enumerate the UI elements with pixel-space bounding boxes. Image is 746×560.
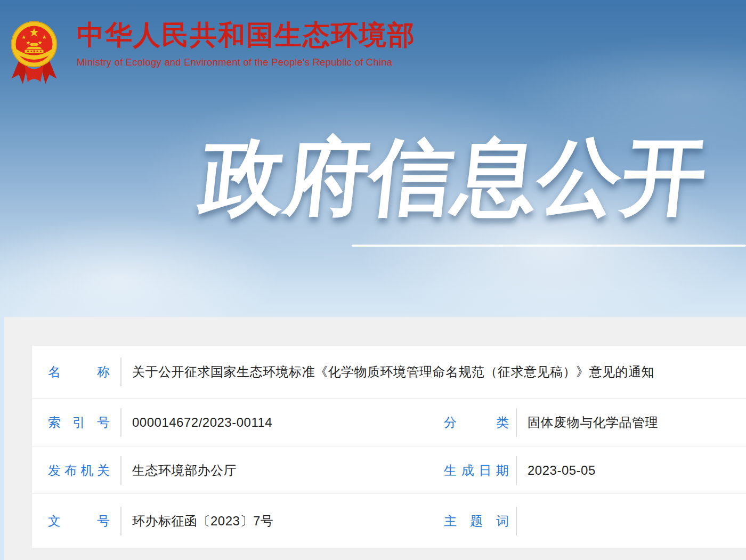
label-divider bbox=[516, 507, 517, 535]
field-label-issue-date: 生成日期 bbox=[444, 462, 509, 479]
field-label-name: 名称 bbox=[48, 363, 110, 380]
label-divider bbox=[516, 456, 517, 485]
col-subject-words: 主题词 bbox=[444, 507, 746, 535]
ministry-title-cn: 中华人民共和国生态环境部 bbox=[77, 20, 416, 50]
info-row-name: 名称 关于公开征求国家生态环境标准《化学物质环境管理命名规范（征求意见稿）》意见… bbox=[32, 346, 746, 398]
field-label-subject-words: 主题词 bbox=[444, 513, 509, 530]
field-value-issuing-organ: 生态环境部办公厅 bbox=[132, 462, 237, 479]
field-label-index-number: 索引号 bbox=[48, 414, 110, 431]
document-info-card: 名称 关于公开征求国家生态环境标准《化学物质环境管理命名规范（征求意见稿）》意见… bbox=[32, 346, 746, 548]
field-label-issuing-organ: 发布机关 bbox=[48, 462, 110, 479]
field-label-document-number: 文号 bbox=[48, 513, 110, 530]
china-national-emblem-icon bbox=[10, 13, 59, 88]
info-row-document-number: 文号 环办标征函〔2023〕7号 主题词 bbox=[32, 493, 746, 548]
page-title: 政府信息公开 bbox=[197, 132, 702, 222]
field-value-category: 固体废物与化学品管理 bbox=[528, 414, 658, 431]
label-divider bbox=[120, 507, 121, 535]
info-row-index: 索引号 000014672/2023-00114 分类 固体废物与化学品管理 bbox=[32, 398, 746, 447]
col-issue-date: 生成日期 2023-05-05 bbox=[444, 456, 746, 485]
label-divider bbox=[120, 408, 121, 437]
label-divider bbox=[120, 358, 121, 386]
field-value-issue-date: 2023-05-05 bbox=[528, 463, 596, 478]
info-row-issuing-organ: 发布机关 生态环境部办公厅 生成日期 2023-05-05 bbox=[32, 447, 746, 493]
ministry-subtitle-en: Ministry of Ecology and Environment of t… bbox=[77, 56, 416, 68]
ministry-home-link[interactable]: 中华人民共和国生态环境部 Ministry of Ecology and Env… bbox=[10, 12, 416, 88]
col-category: 分类 固体废物与化学品管理 bbox=[444, 408, 746, 437]
field-value-document-number: 环办标征函〔2023〕7号 bbox=[132, 513, 273, 530]
ministry-header-text: 中华人民共和国生态环境部 Ministry of Ecology and Env… bbox=[77, 20, 416, 68]
col-index-number: 索引号 000014672/2023-00114 bbox=[32, 408, 444, 437]
field-value-name: 关于公开征求国家生态环境标准《化学物质环境管理命名规范（征求意见稿）》意见的通知 bbox=[132, 363, 654, 380]
field-label-category: 分类 bbox=[444, 414, 509, 431]
label-divider bbox=[120, 456, 121, 485]
col-issuing-organ: 发布机关 生态环境部办公厅 bbox=[32, 456, 444, 485]
info-section: 名称 关于公开征求国家生态环境标准《化学物质环境管理命名规范（征求意见稿）》意见… bbox=[4, 317, 746, 560]
title-underline bbox=[352, 245, 746, 247]
label-divider bbox=[516, 408, 517, 437]
col-document-number: 文号 环办标征函〔2023〕7号 bbox=[32, 507, 444, 535]
field-value-index-number: 000014672/2023-00114 bbox=[132, 415, 272, 430]
